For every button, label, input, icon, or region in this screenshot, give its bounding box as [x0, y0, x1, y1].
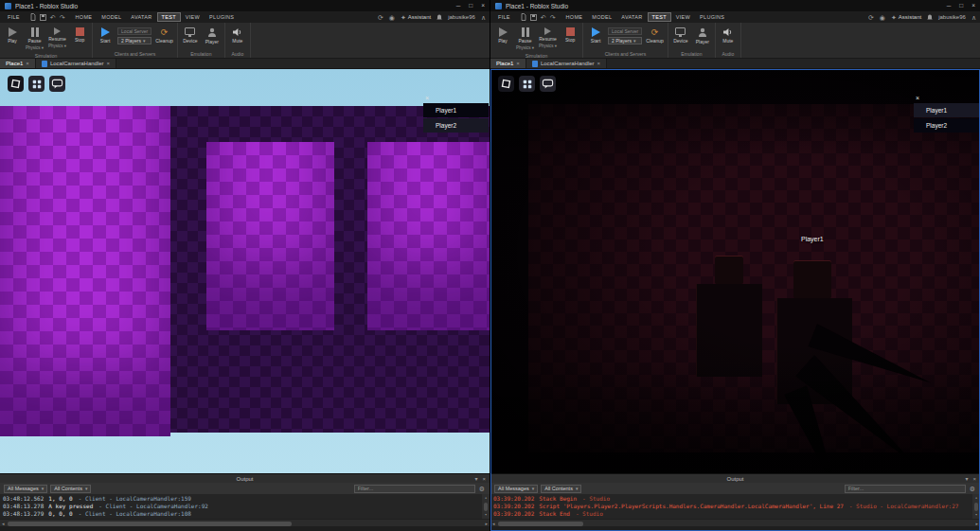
tab-view[interactable]: VIEW — [182, 13, 204, 21]
tab-plugins[interactable]: PLUGINS — [205, 13, 238, 21]
collapse-ribbon-chevron-icon[interactable]: ∧ — [971, 14, 976, 21]
tab-model[interactable]: MODEL — [98, 13, 125, 21]
player-emulation-button[interactable]: Player — [203, 27, 222, 46]
tab-test[interactable]: TEST — [649, 13, 670, 21]
viewport-3d[interactable]: Player1 × Player1 Player2 — [490, 69, 980, 473]
collapse-ribbon-chevron-icon[interactable]: ∧ — [481, 14, 486, 21]
player-list-close-button[interactable]: × — [425, 95, 433, 102]
undo-icon[interactable]: ↶ — [50, 14, 56, 21]
tab-avatar[interactable]: AVATAR — [617, 13, 646, 21]
redo-icon[interactable]: ↷ — [60, 14, 65, 21]
device-button[interactable]: Device — [671, 27, 690, 45]
history-icon[interactable]: ⟳ — [868, 14, 874, 21]
pause-physics-dropdown[interactable]: Physics ▾ — [26, 46, 44, 51]
players-count-dropdown[interactable]: 2 Players ▾ — [117, 37, 151, 44]
game-menu-button[interactable] — [8, 76, 24, 92]
log-line[interactable]: 03:39:20.202Stack Begin- Studio — [493, 495, 971, 503]
log-line[interactable]: 03:48:13.278A key pressed- Client - Loca… — [3, 503, 480, 510]
game-menu-button[interactable] — [498, 76, 514, 92]
resume-button[interactable]: Resume Physics ▾ — [47, 27, 67, 49]
tab-close-icon[interactable]: × — [597, 61, 601, 66]
open-file-icon[interactable] — [30, 13, 36, 21]
scroll-thumb[interactable] — [974, 503, 978, 511]
close-button[interactable]: × — [481, 3, 485, 9]
mute-button[interactable]: Mute — [228, 27, 247, 45]
undo-icon[interactable]: ↶ — [541, 14, 546, 21]
scroll-right-arrow-icon[interactable]: ▸ — [975, 521, 978, 526]
chat-button[interactable] — [540, 76, 556, 92]
player-emulation-button[interactable]: Player — [693, 27, 712, 46]
tab-test[interactable]: TEST — [158, 13, 180, 21]
tab-close-icon[interactable]: × — [107, 61, 111, 66]
tab-place1[interactable]: Place1 × — [490, 59, 526, 68]
resume-button[interactable]: Resume Physics ▾ — [538, 27, 558, 49]
apps-button[interactable] — [519, 76, 535, 92]
scroll-down-arrow-icon[interactable]: ▾ — [975, 511, 978, 519]
all-messages-dropdown[interactable]: All Messages ▾ — [494, 485, 538, 493]
scroll-left-arrow-icon[interactable]: ◂ — [492, 521, 495, 526]
menu-file[interactable]: FILE — [4, 13, 24, 21]
player-row-player2[interactable]: Player2 — [423, 118, 489, 133]
cleanup-button[interactable]: ⟳ Cleanup — [154, 27, 174, 45]
tab-close-icon[interactable]: × — [516, 61, 520, 66]
maximize-button[interactable]: □ — [469, 3, 472, 9]
tab-localcamerahandler[interactable]: LocalCameraHandler × — [36, 59, 116, 68]
titlebar[interactable]: Place1 - Roblox Studio ─ □ × — [0, 0, 490, 11]
horizontal-scrollbar[interactable]: ◂ ▸ — [490, 519, 980, 526]
record-icon[interactable]: ◉ — [389, 14, 395, 21]
history-icon[interactable]: ⟳ — [378, 14, 383, 21]
output-settings-gear-icon[interactable]: ⚙ — [478, 486, 486, 492]
redo-icon[interactable]: ↷ — [550, 14, 556, 21]
chevron-down-icon[interactable]: ▾ — [965, 476, 968, 482]
all-contents-dropdown[interactable]: All Contents ▾ — [541, 485, 581, 493]
chat-button[interactable] — [49, 76, 65, 92]
save-icon[interactable] — [530, 14, 537, 21]
scroll-thumb[interactable] — [484, 503, 488, 511]
viewport-3d[interactable]: × Player1 Player2 — [0, 69, 490, 473]
server-type-dropdown[interactable]: Local Server — [608, 27, 642, 35]
tab-home[interactable]: HOME — [562, 13, 587, 21]
all-contents-dropdown[interactable]: All Contents ▾ — [50, 485, 91, 493]
titlebar[interactable]: Place1 - Roblox Studio ─ □ × — [490, 0, 980, 11]
output-header[interactable]: Output ▾ × — [490, 474, 980, 483]
scroll-down-arrow-icon[interactable]: ▾ — [485, 511, 488, 519]
cleanup-button[interactable]: ⟳ Cleanup — [645, 27, 665, 45]
player-row-player2[interactable]: Player2 — [914, 118, 979, 133]
scroll-thumb[interactable] — [498, 522, 583, 526]
minimize-button[interactable]: ─ — [456, 3, 461, 9]
close-icon[interactable]: × — [482, 476, 486, 482]
players-count-dropdown[interactable]: 2 Players ▾ — [608, 37, 642, 44]
log-line[interactable]: 03:48:12.5621, 0, 0- Client - LocalCamer… — [3, 495, 480, 503]
pause-button[interactable]: Pause Physics ▾ — [515, 27, 535, 51]
account-name[interactable]: jabusike96 — [448, 14, 475, 20]
open-file-icon[interactable] — [521, 13, 526, 21]
account-name[interactable]: jabusike96 — [938, 14, 966, 20]
tab-close-icon[interactable]: × — [26, 61, 29, 66]
player-row-player1[interactable]: Player1 — [423, 103, 489, 117]
scroll-up-arrow-icon[interactable]: ▴ — [485, 494, 488, 502]
menu-file[interactable]: FILE — [494, 13, 514, 21]
pause-button[interactable]: Pause Physics ▾ — [25, 27, 45, 51]
tab-view[interactable]: VIEW — [672, 13, 694, 21]
start-button[interactable]: Start — [586, 27, 605, 45]
server-type-dropdown[interactable]: Local Server — [117, 27, 151, 35]
resume-physics-dropdown[interactable]: Physics ▾ — [48, 44, 66, 49]
apps-button[interactable] — [28, 76, 45, 92]
resume-physics-dropdown[interactable]: Physics ▾ — [539, 44, 557, 49]
mute-button[interactable]: Mute — [719, 27, 738, 45]
play-button[interactable]: Play — [3, 27, 22, 45]
player-row-player1[interactable]: Player1 — [914, 103, 979, 117]
scroll-up-arrow-icon[interactable]: ▴ — [975, 494, 978, 502]
horizontal-scrollbar[interactable]: ◂ ▸ — [0, 519, 490, 526]
record-icon[interactable]: ◉ — [880, 14, 885, 21]
output-filter-input[interactable] — [845, 485, 966, 493]
stop-button[interactable]: Stop — [70, 27, 89, 44]
scroll-right-arrow-icon[interactable]: ▸ — [485, 521, 488, 526]
vertical-scrollbar[interactable]: ▴ ▾ — [972, 494, 980, 519]
maximize-button[interactable]: □ — [959, 3, 963, 9]
tab-localcamerahandler[interactable]: LocalCameraHandler × — [526, 59, 607, 68]
tab-home[interactable]: HOME — [72, 13, 97, 21]
tab-place1[interactable]: Place1 × — [0, 59, 36, 68]
tab-model[interactable]: MODEL — [588, 13, 615, 21]
output-log-area[interactable]: 03:48:12.5621, 0, 0- Client - LocalCamer… — [0, 494, 490, 519]
